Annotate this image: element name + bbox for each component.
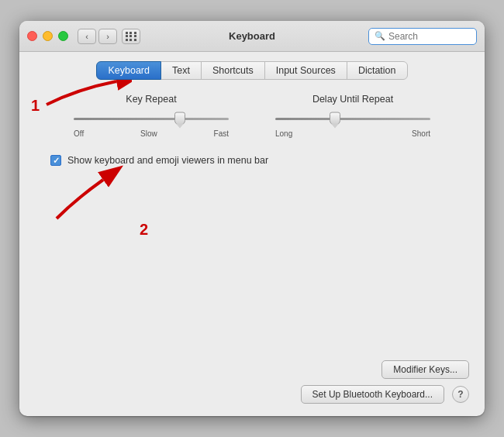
forward-button[interactable]: › xyxy=(98,29,117,44)
delay-repeat-short-label: Short xyxy=(412,129,430,138)
tab-keyboard[interactable]: Keyboard xyxy=(96,61,161,80)
tab-text[interactable]: Text xyxy=(161,61,202,80)
titlebar: ‹ › Keyboard 🔍 xyxy=(19,21,485,52)
back-button[interactable]: ‹ xyxy=(78,29,96,44)
key-repeat-fast-label: Fast xyxy=(214,129,229,138)
key-repeat-slider[interactable] xyxy=(74,111,229,126)
close-button[interactable] xyxy=(27,31,37,41)
bottom-row: Set Up Bluetooth Keyboard... ? xyxy=(301,385,469,404)
minimize-button[interactable] xyxy=(43,31,53,41)
emoji-viewer-label: Show keyboard and emoji viewers in menu … xyxy=(67,155,268,166)
delay-repeat-thumb[interactable] xyxy=(330,112,340,126)
tab-dictation[interactable]: Dictation xyxy=(347,61,408,80)
key-repeat-thumb[interactable] xyxy=(174,112,185,126)
delay-repeat-long-label: Long xyxy=(275,129,292,138)
grid-icon xyxy=(126,32,137,41)
modifier-keys-row: Modifier Keys... xyxy=(381,360,469,379)
search-box[interactable]: 🔍 xyxy=(368,28,477,45)
search-icon: 🔍 xyxy=(375,31,385,41)
delay-repeat-group: Delay Until Repeat Long Short xyxy=(275,94,430,138)
delay-repeat-sublabels: Long Short xyxy=(275,129,430,138)
tab-shortcuts[interactable]: Shortcuts xyxy=(201,61,265,80)
maximize-button[interactable] xyxy=(58,31,68,41)
key-repeat-sublabels: Off Slow Fast xyxy=(74,129,229,138)
content-area: Keyboard Text Shortcuts Input Sources Di… xyxy=(19,52,485,416)
bottom-buttons: Modifier Keys... Set Up Bluetooth Keyboa… xyxy=(35,360,469,404)
search-input[interactable] xyxy=(388,31,471,42)
sliders-section: Key Repeat Off Slow Fast Delay Until Rep… xyxy=(35,94,469,138)
traffic-lights xyxy=(27,31,68,41)
delay-repeat-label: Delay Until Repeat xyxy=(312,94,393,105)
bluetooth-keyboard-button[interactable]: Set Up Bluetooth Keyboard... xyxy=(301,385,444,404)
key-repeat-label: Key Repeat xyxy=(126,94,176,105)
modifier-keys-button[interactable]: Modifier Keys... xyxy=(381,360,469,379)
nav-buttons: ‹ › xyxy=(78,29,117,44)
window-title: Keyboard xyxy=(229,30,275,42)
key-repeat-slow-label: Slow xyxy=(140,129,157,138)
tab-bar: Keyboard Text Shortcuts Input Sources Di… xyxy=(35,61,469,80)
delay-repeat-track xyxy=(275,118,430,120)
delay-repeat-slider[interactable] xyxy=(275,111,430,126)
key-repeat-track xyxy=(74,118,229,120)
grid-button[interactable] xyxy=(122,29,140,44)
emoji-viewer-checkbox-row[interactable]: ✓ Show keyboard and emoji viewers in men… xyxy=(50,155,469,166)
key-repeat-group: Key Repeat Off Slow Fast xyxy=(74,94,229,138)
key-repeat-off-label: Off xyxy=(74,129,84,138)
keyboard-preferences-window: ‹ › Keyboard 🔍 Keyboard Text Shortcuts I… xyxy=(19,21,485,416)
tab-input-sources[interactable]: Input Sources xyxy=(264,61,347,80)
checkmark-icon: ✓ xyxy=(53,157,60,165)
emoji-viewer-checkbox[interactable]: ✓ xyxy=(50,155,61,166)
help-button[interactable]: ? xyxy=(452,386,469,403)
